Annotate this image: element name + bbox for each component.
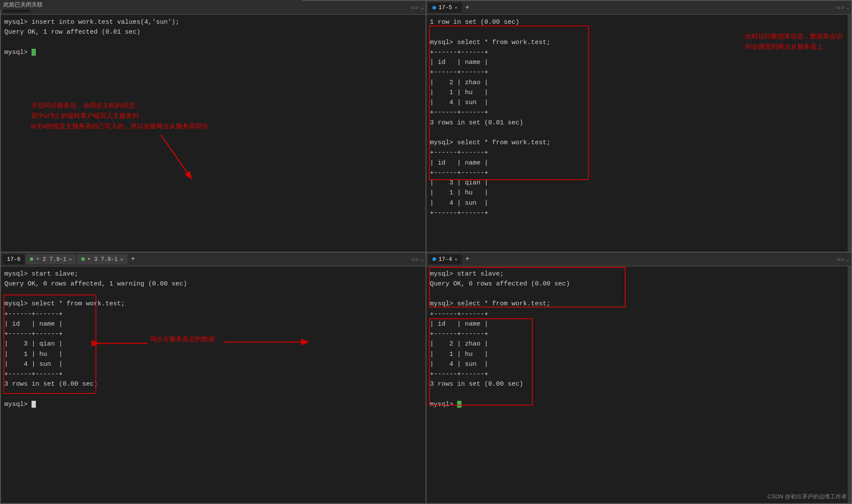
add-tab-button[interactable]: + — [463, 4, 472, 12]
pane-bottom-right: 17-4 ✕ + ◁ ▷ ⌄ mysql> start slave; Query… — [426, 252, 852, 504]
tab-279-1[interactable]: • 2 7.9-1 ✕ — [25, 254, 76, 264]
annotation-db-info: 此时访问数据库信息，数据库会访问会调度到两台从服务器上 — [745, 31, 842, 52]
main-container: 17-2 ✕ + ◁ ▷ ⌄ mysql> insert into work.t… — [0, 0, 852, 504]
tab-bar-bottom-left: 17-6 • 2 7.9-1 ✕ • 3 7.9-1 ✕ + ◁ ▷ ⌄ — [1, 253, 426, 266]
close-icon[interactable]: ✕ — [120, 257, 123, 262]
terminal-content-bottom-left: mysql> start slave; Query OK, 0 rows aff… — [1, 266, 426, 504]
scrollbar[interactable] — [848, 266, 851, 504]
nav-arrows: ◁ ▷ ⌄ — [836, 256, 849, 263]
dot-green — [30, 257, 33, 261]
tab-label: 17-6 — [7, 256, 20, 263]
pane-top-right: 17-5 ✕ + ◁ ▷ ⌄ 1 row in set (0.00 sec) m… — [426, 0, 852, 252]
tab-bar-top-right: 17-5 ✕ + ◁ ▷ ⌄ — [426, 1, 851, 15]
terminal-content-top-left: mysql> insert into work.test values(4,'s… — [1, 15, 426, 252]
cursor — [32, 49, 36, 56]
nav-arrows: ◁ ▷ ⌄ — [411, 256, 424, 263]
pane-top-left: 17-2 ✕ + ◁ ▷ ⌄ mysql> insert into work.t… — [0, 0, 426, 252]
tab-17-5[interactable]: 17-5 ✕ — [428, 3, 462, 13]
tab-label: • 2 7.9-1 — [36, 256, 66, 263]
cursor — [32, 401, 36, 408]
pane-bottom-left: 17-6 • 2 7.9-1 ✕ • 3 7.9-1 ✕ + ◁ ▷ ⌄ mys… — [0, 252, 426, 504]
cursor — [457, 401, 461, 408]
dot-blue — [432, 6, 436, 10]
scrollbar[interactable] — [848, 15, 851, 252]
annotation-sync-data: 同步主服务器后的数据 — [150, 334, 215, 344]
nav-arrows: ◁ ▷ ⌄ — [836, 4, 849, 11]
tab-bar-bottom-right: 17-4 ✕ + ◁ ▷ ⌄ — [426, 253, 851, 266]
tab-label: 17-4 — [439, 256, 452, 263]
nav-arrows: ◁ ▷ ⌄ — [411, 4, 424, 11]
tab-379-1[interactable]: • 3 7.9-1 ✕ — [77, 254, 127, 264]
add-tab-button[interactable]: + — [128, 255, 138, 263]
tab-label: 17-5 — [439, 4, 452, 11]
close-icon[interactable]: ✕ — [455, 5, 458, 10]
add-tab-button[interactable]: + — [463, 255, 472, 263]
dot-blue2 — [432, 257, 436, 261]
header-hint: 此前已关闭关联 — [0, 0, 302, 10]
tab-label: • 3 7.9-1 — [87, 256, 118, 263]
terminal-content-bottom-right: mysql> start slave; Query OK, 0 rows aff… — [426, 266, 851, 504]
tab-17-6[interactable]: 17-6 — [3, 254, 25, 264]
annotation-sync-info: 开启同步服务后，会同步主机的信息， 其中id为1 的值时客户端写入主服务的， i… — [31, 100, 208, 131]
close-icon[interactable]: ✕ — [69, 257, 72, 262]
tab-17-4[interactable]: 17-4 ✕ — [428, 254, 462, 264]
watermark: CSDN @初出茅庐的运维工作者 — [767, 493, 847, 501]
close-icon[interactable]: ✕ — [455, 257, 458, 262]
dot-green2 — [81, 257, 85, 261]
